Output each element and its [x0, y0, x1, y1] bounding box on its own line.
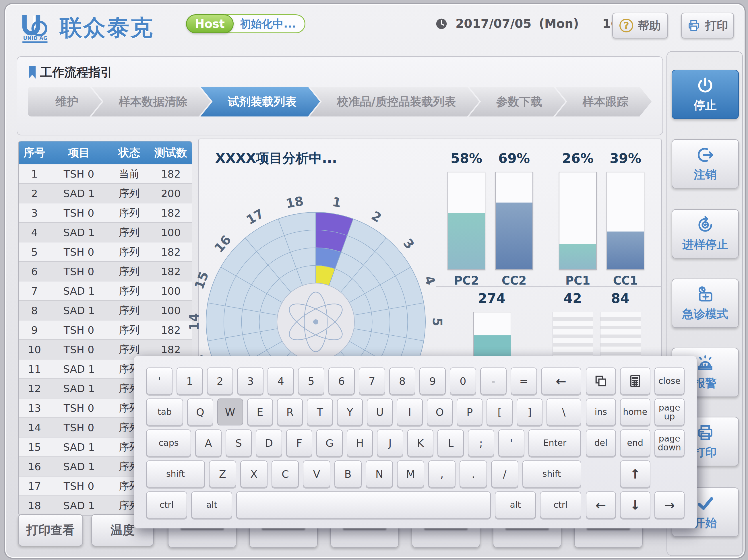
sidebar-button-停止[interactable]: 停止 — [672, 70, 739, 119]
key--[interactable]: / — [491, 460, 518, 487]
analysis-title: XXXX项目分析中... — [215, 149, 337, 167]
key-6[interactable]: 6 — [328, 367, 355, 394]
print-button-header[interactable]: 打印 — [681, 13, 734, 39]
key--[interactable]: ] — [517, 398, 542, 425]
gauge-fill — [496, 202, 533, 269]
table-row[interactable]: 1TSH 0当前182 — [19, 164, 192, 183]
key-7[interactable]: 7 — [359, 367, 385, 394]
key-page-up[interactable]: page up — [654, 398, 684, 425]
key-ctrl[interactable]: ctrl — [146, 491, 187, 518]
key-alt[interactable]: alt — [495, 491, 536, 518]
key-calc[interactable] — [620, 367, 650, 394]
key-up[interactable]: ↑ — [620, 460, 650, 487]
workflow-step[interactable]: 样本数据清除 — [91, 87, 211, 117]
key-right[interactable]: → — [654, 491, 684, 518]
key--[interactable]: . — [460, 460, 487, 487]
key--[interactable]: \ — [546, 398, 581, 425]
sidebar-button-注销[interactable]: 注销 — [672, 139, 739, 189]
key-caps[interactable]: caps — [146, 430, 191, 457]
key-a[interactable]: A — [195, 430, 221, 457]
key--[interactable]: [ — [487, 398, 512, 425]
key-end[interactable]: end — [620, 430, 650, 457]
key-2[interactable]: 2 — [207, 367, 233, 394]
key-5[interactable]: 5 — [298, 367, 324, 394]
key--[interactable]: ; — [468, 430, 494, 457]
gauge-label: PC1 — [556, 274, 599, 287]
key-shift[interactable]: shift — [522, 460, 581, 487]
gauge-label: CC1 — [604, 274, 647, 287]
workflow-step[interactable]: 试剂装载列表 — [200, 87, 320, 117]
key-c[interactable]: C — [272, 460, 299, 487]
table-row[interactable]: 4SAD 1序列100 — [19, 222, 192, 242]
key-ins[interactable]: ins — [586, 398, 616, 425]
key-s[interactable]: S — [226, 430, 252, 457]
sidebar-button-进样停止[interactable]: 进样停止 — [672, 209, 739, 259]
table-row[interactable]: 3TSH 0序列182 — [19, 203, 192, 222]
workflow-step[interactable]: 维护 — [28, 87, 101, 117]
key--[interactable]: - — [480, 367, 507, 394]
key-t[interactable]: T — [307, 398, 333, 425]
workflow-step[interactable]: 校准品/质控品装载列表 — [310, 87, 480, 117]
key-u[interactable]: U — [367, 398, 393, 425]
key-n[interactable]: N — [366, 460, 393, 487]
key-home[interactable]: home — [620, 398, 650, 425]
key--[interactable]: ' — [498, 430, 525, 457]
key-8[interactable]: 8 — [389, 367, 416, 394]
key-left[interactable]: ← — [586, 491, 616, 518]
key-l[interactable]: L — [438, 430, 464, 457]
key-p[interactable]: P — [457, 398, 483, 425]
key-x[interactable]: X — [240, 460, 267, 487]
key-g[interactable]: G — [316, 430, 343, 457]
key-space[interactable] — [236, 491, 491, 518]
svg-text:UNID AG: UNID AG — [23, 35, 48, 41]
key-ctrl[interactable]: ctrl — [540, 491, 581, 518]
table-row[interactable]: 6TSH 0序列182 — [19, 261, 192, 281]
key-y[interactable]: Y — [337, 398, 363, 425]
key-v[interactable]: V — [303, 460, 330, 487]
workflow-step[interactable]: 参数下载 — [469, 87, 565, 117]
table-row[interactable]: 5TSH 0序列182 — [19, 242, 192, 261]
table-cell: TSH 0 — [50, 168, 108, 180]
key-o[interactable]: O — [427, 398, 453, 425]
table-row[interactable]: 2SAD 1序列200 — [19, 183, 192, 203]
key--[interactable]: , — [428, 460, 455, 487]
key-shift[interactable]: shift — [146, 460, 205, 487]
key-m[interactable]: M — [397, 460, 424, 487]
table-cell: TSH 0 — [50, 422, 108, 434]
key-1[interactable]: 1 — [177, 367, 203, 394]
key-d[interactable]: D — [256, 430, 282, 457]
key-close[interactable]: close — [654, 367, 684, 394]
key-alt[interactable]: alt — [191, 491, 232, 518]
key-z[interactable]: Z — [209, 460, 236, 487]
key-k[interactable]: K — [407, 430, 434, 457]
key--[interactable]: ' — [146, 367, 172, 394]
key-enter[interactable]: Enter — [529, 430, 581, 457]
key-h[interactable]: H — [347, 430, 373, 457]
key-9[interactable]: 9 — [419, 367, 446, 394]
sidebar-button-急诊模式[interactable]: 急诊模式 — [672, 278, 739, 328]
key-layers[interactable] — [586, 367, 616, 394]
key-b[interactable]: B — [334, 460, 362, 487]
key-backspace[interactable]: ← — [541, 367, 581, 394]
key-q[interactable]: Q — [187, 398, 213, 425]
key-f[interactable]: F — [286, 430, 312, 457]
key--[interactable]: = — [511, 367, 537, 394]
key-down[interactable]: ↓ — [620, 491, 650, 518]
key-4[interactable]: 4 — [267, 367, 294, 394]
key-page-down[interactable]: page down — [654, 430, 684, 457]
key-e[interactable]: E — [247, 398, 273, 425]
table-row[interactable]: 8SAD 1序列100 — [19, 300, 192, 320]
key-tab[interactable]: tab — [146, 398, 183, 425]
key-3[interactable]: 3 — [237, 367, 263, 394]
workflow-step[interactable]: 样本跟踪 — [555, 87, 652, 117]
key-j[interactable]: J — [377, 430, 403, 457]
key-i[interactable]: I — [397, 398, 422, 425]
key-r[interactable]: R — [277, 398, 303, 425]
help-button[interactable]: ? 帮助 — [612, 13, 668, 39]
table-row[interactable]: 9TSH 0序列182 — [19, 320, 192, 339]
bottom-button[interactable]: 打印查看 — [18, 514, 83, 546]
key-w[interactable]: W — [217, 398, 243, 425]
key-del[interactable]: del — [586, 430, 616, 457]
key-0[interactable]: 0 — [450, 367, 476, 394]
table-row[interactable]: 7SAD 1序列100 — [19, 281, 192, 300]
